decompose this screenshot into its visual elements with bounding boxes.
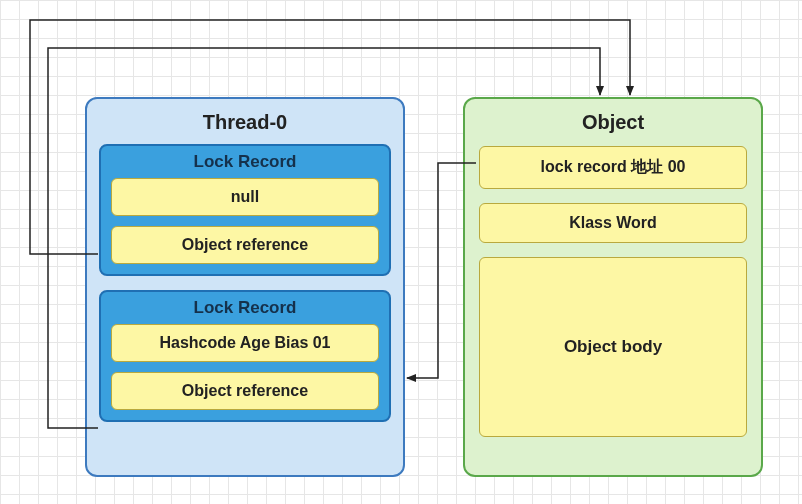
lock-record-0-title: Lock Record [111, 152, 379, 172]
object-body: Object body [479, 257, 747, 437]
object-title: Object [479, 111, 747, 134]
lock-record-0-mark-word: null [111, 178, 379, 216]
lock-record-0: Lock Record null Object reference [99, 144, 391, 276]
lock-record-1-obj-ref: Object reference [111, 372, 379, 410]
lock-record-1-title: Lock Record [111, 298, 379, 318]
diagram-canvas: Thread-0 Lock Record null Object referen… [0, 0, 802, 504]
object-box: Object lock record 地址 00 Klass Word Obje… [463, 97, 763, 477]
object-mark-word: lock record 地址 00 [479, 146, 747, 189]
thread-title: Thread-0 [99, 111, 391, 134]
lock-record-0-obj-ref: Object reference [111, 226, 379, 264]
object-klass-word: Klass Word [479, 203, 747, 243]
thread-box: Thread-0 Lock Record null Object referen… [85, 97, 405, 477]
lock-record-1-mark-word: Hashcode Age Bias 01 [111, 324, 379, 362]
lock-record-1: Lock Record Hashcode Age Bias 01 Object … [99, 290, 391, 422]
